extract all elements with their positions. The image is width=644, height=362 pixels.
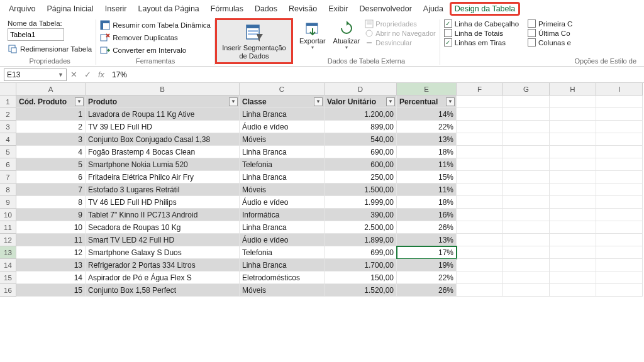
- cell[interactable]: Smart TV LED 42 Full HD: [86, 234, 240, 246]
- export-button[interactable]: Exportar ▾: [297, 19, 328, 50]
- cell[interactable]: 26%: [397, 221, 457, 234]
- cell[interactable]: [503, 196, 550, 209]
- cell[interactable]: [457, 133, 503, 146]
- cell[interactable]: 1.520,00: [325, 284, 397, 297]
- cell[interactable]: 3: [16, 133, 86, 146]
- cell[interactable]: 250,00: [325, 171, 397, 184]
- row-header[interactable]: 9: [0, 196, 16, 209]
- cell[interactable]: 7: [16, 184, 86, 196]
- cell[interactable]: 15%: [397, 171, 457, 184]
- cell[interactable]: [503, 133, 550, 146]
- cell[interactable]: 16%: [397, 209, 457, 221]
- table-header-cell[interactable]: Valor Unitário▼: [325, 96, 397, 108]
- cell[interactable]: 11: [16, 234, 86, 246]
- first-col-checkbox[interactable]: Primeira C: [528, 19, 572, 28]
- menu-item-inserir[interactable]: Inserir: [100, 3, 132, 15]
- table-header-cell[interactable]: Produto▼: [86, 96, 240, 108]
- cell[interactable]: 150,00: [325, 272, 397, 284]
- cell[interactable]: Conjunto Box Conjugado Casal 1,38: [86, 133, 240, 146]
- cell[interactable]: 22%: [397, 121, 457, 133]
- total-row-checkbox[interactable]: Linha de Totais: [444, 29, 519, 37]
- table-header-cell[interactable]: Classe▼: [240, 96, 325, 108]
- cell[interactable]: 5: [16, 158, 86, 171]
- cell[interactable]: [503, 209, 550, 221]
- cell[interactable]: Telefonia: [240, 158, 325, 171]
- cell[interactable]: 4: [16, 146, 86, 158]
- cell[interactable]: Linha Branca: [240, 171, 325, 184]
- cell[interactable]: 18%: [397, 196, 457, 209]
- cell[interactable]: Áudio e vídeo: [240, 234, 325, 246]
- filter-button[interactable]: ▼: [314, 97, 323, 106]
- menu-item-desenvolvedor[interactable]: Desenvolvedor: [354, 3, 416, 15]
- cell[interactable]: [457, 121, 503, 133]
- cell[interactable]: [503, 108, 550, 121]
- cell[interactable]: [596, 96, 643, 108]
- cell[interactable]: 699,00: [325, 246, 397, 259]
- cell[interactable]: [596, 246, 643, 259]
- cell[interactable]: 13%: [397, 234, 457, 246]
- cell[interactable]: [457, 234, 503, 246]
- cell[interactable]: [550, 246, 596, 259]
- cell[interactable]: 9: [16, 209, 86, 221]
- row-header[interactable]: 3: [0, 121, 16, 133]
- cell[interactable]: 1.700,00: [325, 259, 397, 272]
- insert-slicer-button[interactable]: Inserir Segmentação de Dados: [216, 19, 292, 63]
- cell[interactable]: [503, 146, 550, 158]
- menu-item-fórmulas[interactable]: Fórmulas: [206, 3, 248, 15]
- column-header[interactable]: B: [86, 83, 240, 96]
- cell[interactable]: Lavadora de Roupa 11 Kg Ative: [86, 108, 240, 121]
- cell[interactable]: [596, 121, 643, 133]
- cell[interactable]: Fritadeira Elétrica Philco Air Fry: [86, 171, 240, 184]
- filter-button[interactable]: ▼: [386, 97, 395, 106]
- cell[interactable]: 14%: [397, 108, 457, 121]
- table-header-cell[interactable]: Percentual▼: [397, 96, 457, 108]
- cell[interactable]: [457, 108, 503, 121]
- cell[interactable]: [550, 221, 596, 234]
- cell[interactable]: [596, 184, 643, 196]
- menu-item-dados[interactable]: Dados: [250, 3, 282, 15]
- cell[interactable]: [503, 272, 550, 284]
- cell[interactable]: [596, 171, 643, 184]
- cell[interactable]: [503, 184, 550, 196]
- cell[interactable]: Áudio e vídeo: [240, 121, 325, 133]
- cell[interactable]: [596, 108, 643, 121]
- cell[interactable]: [503, 171, 550, 184]
- cell[interactable]: 600,00: [325, 158, 397, 171]
- cell[interactable]: [550, 158, 596, 171]
- cell[interactable]: TV 39 LED Full HD: [86, 121, 240, 133]
- cell[interactable]: [550, 121, 596, 133]
- row-header[interactable]: 5: [0, 146, 16, 158]
- column-header[interactable]: C: [240, 83, 325, 96]
- filter-button[interactable]: ▼: [75, 97, 84, 106]
- convert-range-button[interactable]: Converter em Intervalo: [100, 45, 211, 56]
- row-header[interactable]: 16: [0, 284, 16, 297]
- menu-item-layout-da-página[interactable]: Layout da Página: [133, 3, 204, 15]
- cell[interactable]: Smartphone Galaxy S Duos: [86, 246, 240, 259]
- row-header[interactable]: 10: [0, 209, 16, 221]
- cell[interactable]: [596, 133, 643, 146]
- cell[interactable]: 6: [16, 171, 86, 184]
- cell[interactable]: 10: [16, 221, 86, 234]
- column-header[interactable]: H: [550, 83, 596, 96]
- column-header[interactable]: E: [397, 83, 457, 96]
- cell[interactable]: Smartphone Nokia Lumia 520: [86, 158, 240, 171]
- cell[interactable]: [457, 246, 503, 259]
- cell[interactable]: [596, 209, 643, 221]
- cell[interactable]: [503, 246, 550, 259]
- cell[interactable]: [457, 96, 503, 108]
- cell[interactable]: 13: [16, 259, 86, 272]
- cell[interactable]: 15: [16, 284, 86, 297]
- cell[interactable]: [596, 234, 643, 246]
- row-header[interactable]: 4: [0, 133, 16, 146]
- cell[interactable]: [503, 221, 550, 234]
- column-header[interactable]: G: [503, 83, 550, 96]
- cell[interactable]: [550, 284, 596, 297]
- cell[interactable]: [596, 146, 643, 158]
- cell[interactable]: 11%: [397, 158, 457, 171]
- cell[interactable]: Conjunto Box 1,58 Perfect: [86, 284, 240, 297]
- row-header[interactable]: 12: [0, 234, 16, 246]
- cell[interactable]: [550, 259, 596, 272]
- cell[interactable]: 14: [16, 272, 86, 284]
- cell[interactable]: Móveis: [240, 133, 325, 146]
- cell[interactable]: 690,00: [325, 146, 397, 158]
